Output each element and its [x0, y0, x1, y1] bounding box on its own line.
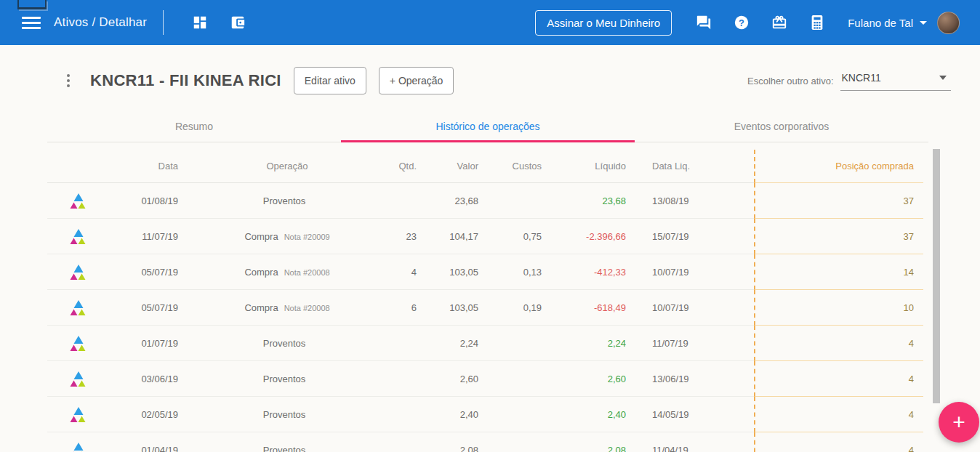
cell-operation: CompraNota #20008 — [178, 302, 396, 313]
table-row[interactable]: 02/05/19 Proventos 2,40 2,40 14/05/19 4 — [47, 397, 923, 432]
cell-settlement: 13/08/19 — [652, 195, 739, 206]
gift-icon[interactable] — [771, 14, 788, 31]
cell-value: 2,40 — [417, 409, 478, 420]
user-name: Fulano de Tal — [848, 17, 913, 29]
asset-logo-icon — [47, 264, 91, 281]
tab-bar: Resumo Histórico de operações Eventos co… — [47, 110, 928, 142]
asset-logo-icon — [47, 193, 91, 209]
cell-position: 37 — [904, 195, 914, 206]
cell-position: 37 — [904, 231, 914, 242]
wallet-icon[interactable] — [229, 14, 246, 31]
subscribe-button[interactable]: Assinar o Meu Dinheiro — [535, 10, 672, 36]
table-row[interactable]: 01/04/19 Proventos 2,08 2,08 11/04/19 4 — [47, 432, 923, 452]
cell-costs: 0,19 — [478, 302, 542, 313]
add-operation-button[interactable]: + Operação — [379, 67, 454, 94]
cell-position: 10 — [904, 302, 914, 313]
dropdown-caret-icon — [939, 76, 947, 80]
cell-position: 4 — [909, 374, 914, 384]
cell-operation: Proventos — [178, 374, 396, 384]
asset-logo-icon — [47, 442, 91, 452]
kebab-menu-icon[interactable] — [63, 71, 74, 90]
page-title: KNCR11 - FII KINEA RICI — [90, 71, 281, 90]
cell-position: 4 — [909, 409, 914, 420]
cell-operation: CompraNota #20009 — [178, 231, 396, 242]
help-icon[interactable]: ? — [733, 14, 750, 31]
header-costs: Custos — [478, 161, 542, 171]
divider — [163, 10, 164, 35]
cell-qty: 4 — [396, 267, 417, 278]
edit-asset-button[interactable]: Editar ativo — [294, 67, 366, 94]
cell-operation: CompraNota #20008 — [178, 267, 396, 278]
cell-value: 104,17 — [417, 231, 478, 242]
table-row[interactable]: 05/07/19 CompraNota #20008 6 103,05 0,19… — [47, 290, 923, 326]
table-row[interactable]: 11/07/19 CompraNota #20009 23 104,17 0,7… — [47, 219, 923, 254]
cell-net: -618,49 — [542, 302, 626, 313]
cell-settlement: 10/07/19 — [652, 267, 739, 278]
plus-icon: + — [952, 410, 965, 435]
cell-value: 23,68 — [417, 195, 478, 206]
header-net: Líquido — [542, 161, 626, 171]
chooser-label: Escolher outro ativo: — [747, 76, 834, 86]
cell-position: 4 — [909, 338, 914, 349]
cell-settlement: 14/05/19 — [652, 409, 739, 420]
add-fab-button[interactable]: + — [939, 402, 979, 443]
cell-qty: 23 — [396, 231, 417, 242]
cell-net: -2.396,66 — [542, 231, 626, 242]
cell-settlement: 13/06/19 — [652, 374, 739, 384]
tab-eventos-corporativos[interactable]: Eventos corporativos — [635, 110, 928, 142]
cell-qty: 6 — [396, 302, 417, 313]
vertical-scrollbar[interactable] — [933, 149, 940, 403]
asset-logo-icon — [47, 406, 91, 423]
tab-resumo[interactable]: Resumo — [47, 110, 341, 142]
cell-settlement: 11/04/19 — [652, 445, 739, 452]
cell-operation: Proventos — [178, 409, 396, 420]
cell-operation: Proventos — [178, 338, 396, 349]
cell-date: 05/07/19 — [91, 267, 178, 278]
table-row[interactable]: 03/06/19 Proventos 2,60 2,60 13/06/19 4 — [47, 361, 923, 397]
cell-settlement: 15/07/19 — [652, 231, 739, 242]
cell-value: 103,05 — [417, 267, 478, 278]
table-row[interactable]: 01/07/19 Proventos 2,24 2,24 11/07/19 4 — [47, 326, 923, 361]
cell-value: 2,24 — [417, 338, 478, 349]
header-position: Posição comprada — [835, 161, 914, 171]
user-menu[interactable]: Fulano de Tal — [848, 12, 960, 34]
cell-position: 14 — [904, 267, 914, 278]
table-header-row: Data Operação Qtd. Valor Custos Líquido … — [47, 150, 923, 183]
operations-table: Data Operação Qtd. Valor Custos Líquido … — [47, 150, 923, 452]
cell-value: 103,05 — [417, 302, 478, 313]
asset-chooser: Escolher outro ativo: KNCR11 — [747, 72, 951, 91]
page: Ativos / Detalhar Assinar o Meu Dinheiro… — [0, 0, 980, 452]
asset-header: KNCR11 - FII KINEA RICI Editar ativo + O… — [63, 67, 454, 94]
asset-select-value: KNCR11 — [842, 72, 881, 84]
cell-net: 23,68 — [542, 195, 626, 206]
dashboard-icon[interactable] — [191, 14, 209, 31]
header-date: Data — [91, 161, 178, 171]
top-navbar: Ativos / Detalhar Assinar o Meu Dinheiro… — [0, 0, 980, 45]
cell-costs: 0,13 — [478, 267, 542, 278]
table-row[interactable]: 05/07/19 CompraNota #20008 4 103,05 0,13… — [47, 254, 923, 290]
breadcrumb[interactable]: Ativos / Detalhar — [54, 15, 147, 30]
asset-logo-icon — [47, 299, 91, 316]
cell-costs: 0,75 — [478, 231, 542, 242]
menu-icon[interactable] — [22, 17, 41, 29]
asset-logo-icon — [47, 371, 91, 387]
avatar[interactable] — [937, 12, 960, 34]
asset-logo-icon — [47, 228, 91, 245]
cell-operation: Proventos — [178, 195, 396, 206]
table-row[interactable]: 01/08/19 Proventos 23,68 23,68 13/08/19 … — [47, 183, 923, 219]
cell-operation: Proventos — [178, 445, 396, 452]
chevron-down-icon — [920, 21, 927, 25]
window-edge-artifact — [17, 0, 47, 9]
tab-historico-de-operacoes[interactable]: Histórico de operações — [341, 110, 635, 142]
header-value: Valor — [417, 161, 478, 171]
cell-net: 2,24 — [542, 338, 626, 349]
calculator-icon[interactable] — [808, 14, 826, 31]
cell-date: 01/08/19 — [91, 195, 178, 206]
header-qty: Qtd. — [396, 161, 417, 171]
cell-net: -412,33 — [542, 267, 626, 278]
cell-settlement: 11/07/19 — [652, 338, 739, 349]
asset-select[interactable]: KNCR11 — [840, 72, 951, 91]
svg-text:?: ? — [739, 17, 744, 28]
chat-icon[interactable] — [695, 14, 712, 31]
cell-date: 05/07/19 — [91, 302, 178, 313]
